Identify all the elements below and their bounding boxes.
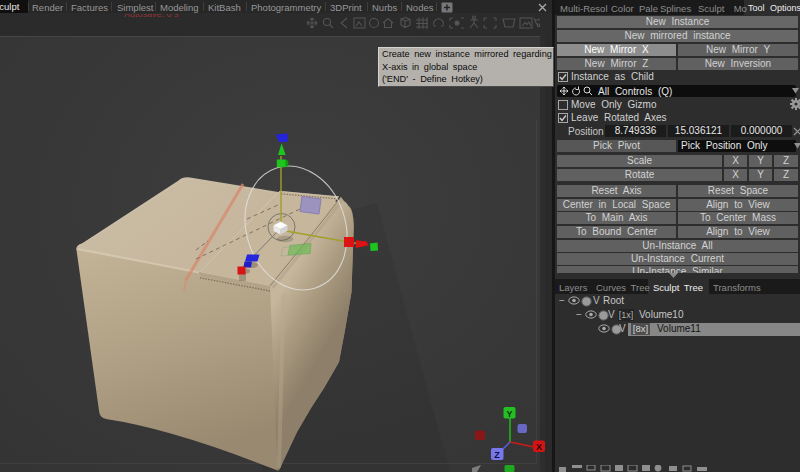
svg-text:Z: Z — [494, 450, 500, 460]
svg-text:X: X — [536, 442, 542, 452]
svg-text:Y: Y — [506, 409, 512, 419]
